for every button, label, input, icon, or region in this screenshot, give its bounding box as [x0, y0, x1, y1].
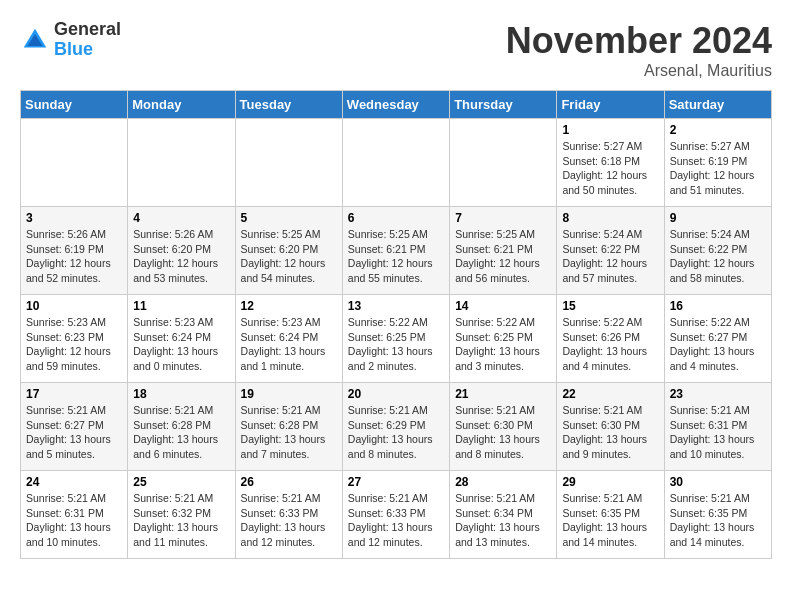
day-number: 12 — [241, 299, 337, 313]
day-info: Sunrise: 5:25 AM Sunset: 6:21 PM Dayligh… — [455, 227, 551, 286]
week-row-4: 17Sunrise: 5:21 AM Sunset: 6:27 PM Dayli… — [21, 383, 772, 471]
day-cell — [128, 119, 235, 207]
day-number: 30 — [670, 475, 766, 489]
day-number: 17 — [26, 387, 122, 401]
title-block: November 2024 Arsenal, Mauritius — [506, 20, 772, 80]
month-title: November 2024 — [506, 20, 772, 62]
logo: General Blue — [20, 20, 121, 60]
day-cell: 24Sunrise: 5:21 AM Sunset: 6:31 PM Dayli… — [21, 471, 128, 559]
day-info: Sunrise: 5:21 AM Sunset: 6:28 PM Dayligh… — [133, 403, 229, 462]
logo-general: General — [54, 20, 121, 40]
day-info: Sunrise: 5:24 AM Sunset: 6:22 PM Dayligh… — [670, 227, 766, 286]
day-info: Sunrise: 5:21 AM Sunset: 6:28 PM Dayligh… — [241, 403, 337, 462]
day-cell: 8Sunrise: 5:24 AM Sunset: 6:22 PM Daylig… — [557, 207, 664, 295]
day-cell: 15Sunrise: 5:22 AM Sunset: 6:26 PM Dayli… — [557, 295, 664, 383]
header-cell-wednesday: Wednesday — [342, 91, 449, 119]
header-cell-friday: Friday — [557, 91, 664, 119]
day-info: Sunrise: 5:21 AM Sunset: 6:34 PM Dayligh… — [455, 491, 551, 550]
day-cell: 1Sunrise: 5:27 AM Sunset: 6:18 PM Daylig… — [557, 119, 664, 207]
location-subtitle: Arsenal, Mauritius — [506, 62, 772, 80]
day-cell: 7Sunrise: 5:25 AM Sunset: 6:21 PM Daylig… — [450, 207, 557, 295]
day-number: 14 — [455, 299, 551, 313]
day-number: 13 — [348, 299, 444, 313]
header-cell-sunday: Sunday — [21, 91, 128, 119]
day-cell — [450, 119, 557, 207]
day-info: Sunrise: 5:22 AM Sunset: 6:25 PM Dayligh… — [455, 315, 551, 374]
day-info: Sunrise: 5:21 AM Sunset: 6:32 PM Dayligh… — [133, 491, 229, 550]
logo-blue: Blue — [54, 40, 121, 60]
day-number: 4 — [133, 211, 229, 225]
day-info: Sunrise: 5:21 AM Sunset: 6:29 PM Dayligh… — [348, 403, 444, 462]
logo-icon — [20, 25, 50, 55]
day-cell: 19Sunrise: 5:21 AM Sunset: 6:28 PM Dayli… — [235, 383, 342, 471]
day-cell: 14Sunrise: 5:22 AM Sunset: 6:25 PM Dayli… — [450, 295, 557, 383]
day-number: 20 — [348, 387, 444, 401]
page-header: General Blue November 2024 Arsenal, Maur… — [20, 20, 772, 80]
calendar-table: SundayMondayTuesdayWednesdayThursdayFrid… — [20, 90, 772, 559]
day-cell — [21, 119, 128, 207]
day-number: 7 — [455, 211, 551, 225]
header-cell-thursday: Thursday — [450, 91, 557, 119]
day-info: Sunrise: 5:21 AM Sunset: 6:33 PM Dayligh… — [348, 491, 444, 550]
day-info: Sunrise: 5:21 AM Sunset: 6:31 PM Dayligh… — [670, 403, 766, 462]
day-number: 29 — [562, 475, 658, 489]
header-row: SundayMondayTuesdayWednesdayThursdayFrid… — [21, 91, 772, 119]
day-number: 26 — [241, 475, 337, 489]
day-cell: 3Sunrise: 5:26 AM Sunset: 6:19 PM Daylig… — [21, 207, 128, 295]
header-cell-tuesday: Tuesday — [235, 91, 342, 119]
day-cell: 2Sunrise: 5:27 AM Sunset: 6:19 PM Daylig… — [664, 119, 771, 207]
day-info: Sunrise: 5:21 AM Sunset: 6:30 PM Dayligh… — [455, 403, 551, 462]
day-number: 25 — [133, 475, 229, 489]
logo-text: General Blue — [54, 20, 121, 60]
day-number: 24 — [26, 475, 122, 489]
day-info: Sunrise: 5:23 AM Sunset: 6:23 PM Dayligh… — [26, 315, 122, 374]
day-number: 8 — [562, 211, 658, 225]
day-info: Sunrise: 5:23 AM Sunset: 6:24 PM Dayligh… — [241, 315, 337, 374]
day-info: Sunrise: 5:22 AM Sunset: 6:25 PM Dayligh… — [348, 315, 444, 374]
day-number: 11 — [133, 299, 229, 313]
day-cell: 18Sunrise: 5:21 AM Sunset: 6:28 PM Dayli… — [128, 383, 235, 471]
day-cell: 26Sunrise: 5:21 AM Sunset: 6:33 PM Dayli… — [235, 471, 342, 559]
day-cell: 21Sunrise: 5:21 AM Sunset: 6:30 PM Dayli… — [450, 383, 557, 471]
day-info: Sunrise: 5:21 AM Sunset: 6:35 PM Dayligh… — [562, 491, 658, 550]
day-info: Sunrise: 5:27 AM Sunset: 6:18 PM Dayligh… — [562, 139, 658, 198]
day-number: 5 — [241, 211, 337, 225]
day-info: Sunrise: 5:24 AM Sunset: 6:22 PM Dayligh… — [562, 227, 658, 286]
day-number: 27 — [348, 475, 444, 489]
day-info: Sunrise: 5:27 AM Sunset: 6:19 PM Dayligh… — [670, 139, 766, 198]
header-cell-saturday: Saturday — [664, 91, 771, 119]
day-number: 2 — [670, 123, 766, 137]
week-row-2: 3Sunrise: 5:26 AM Sunset: 6:19 PM Daylig… — [21, 207, 772, 295]
day-info: Sunrise: 5:26 AM Sunset: 6:20 PM Dayligh… — [133, 227, 229, 286]
day-cell: 4Sunrise: 5:26 AM Sunset: 6:20 PM Daylig… — [128, 207, 235, 295]
day-info: Sunrise: 5:25 AM Sunset: 6:21 PM Dayligh… — [348, 227, 444, 286]
day-cell: 10Sunrise: 5:23 AM Sunset: 6:23 PM Dayli… — [21, 295, 128, 383]
day-cell: 9Sunrise: 5:24 AM Sunset: 6:22 PM Daylig… — [664, 207, 771, 295]
day-number: 6 — [348, 211, 444, 225]
day-cell — [342, 119, 449, 207]
day-cell: 25Sunrise: 5:21 AM Sunset: 6:32 PM Dayli… — [128, 471, 235, 559]
day-cell: 13Sunrise: 5:22 AM Sunset: 6:25 PM Dayli… — [342, 295, 449, 383]
day-number: 16 — [670, 299, 766, 313]
day-info: Sunrise: 5:22 AM Sunset: 6:26 PM Dayligh… — [562, 315, 658, 374]
day-cell: 22Sunrise: 5:21 AM Sunset: 6:30 PM Dayli… — [557, 383, 664, 471]
day-number: 21 — [455, 387, 551, 401]
calendar-body: 1Sunrise: 5:27 AM Sunset: 6:18 PM Daylig… — [21, 119, 772, 559]
day-info: Sunrise: 5:21 AM Sunset: 6:27 PM Dayligh… — [26, 403, 122, 462]
day-info: Sunrise: 5:21 AM Sunset: 6:31 PM Dayligh… — [26, 491, 122, 550]
day-cell: 12Sunrise: 5:23 AM Sunset: 6:24 PM Dayli… — [235, 295, 342, 383]
day-number: 19 — [241, 387, 337, 401]
day-cell: 17Sunrise: 5:21 AM Sunset: 6:27 PM Dayli… — [21, 383, 128, 471]
day-cell: 20Sunrise: 5:21 AM Sunset: 6:29 PM Dayli… — [342, 383, 449, 471]
week-row-1: 1Sunrise: 5:27 AM Sunset: 6:18 PM Daylig… — [21, 119, 772, 207]
day-number: 23 — [670, 387, 766, 401]
week-row-3: 10Sunrise: 5:23 AM Sunset: 6:23 PM Dayli… — [21, 295, 772, 383]
day-cell: 6Sunrise: 5:25 AM Sunset: 6:21 PM Daylig… — [342, 207, 449, 295]
header-cell-monday: Monday — [128, 91, 235, 119]
day-info: Sunrise: 5:21 AM Sunset: 6:30 PM Dayligh… — [562, 403, 658, 462]
day-info: Sunrise: 5:21 AM Sunset: 6:35 PM Dayligh… — [670, 491, 766, 550]
day-cell: 23Sunrise: 5:21 AM Sunset: 6:31 PM Dayli… — [664, 383, 771, 471]
day-cell: 16Sunrise: 5:22 AM Sunset: 6:27 PM Dayli… — [664, 295, 771, 383]
day-number: 15 — [562, 299, 658, 313]
day-info: Sunrise: 5:25 AM Sunset: 6:20 PM Dayligh… — [241, 227, 337, 286]
